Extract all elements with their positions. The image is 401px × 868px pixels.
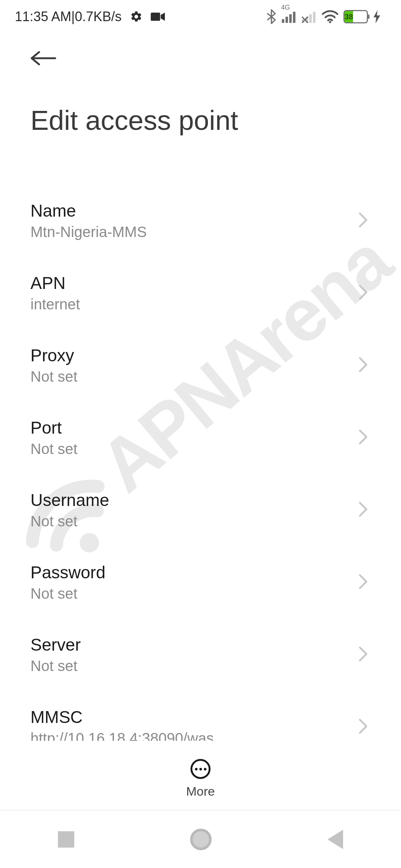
signal-4g-icon: 4G	[282, 10, 297, 23]
more-label: More	[186, 784, 215, 799]
setting-item-password[interactable]: PasswordNot set	[30, 546, 371, 618]
setting-value: Not set	[30, 585, 105, 602]
signal-no-sim-icon	[302, 10, 317, 23]
settings-gear-icon	[130, 10, 143, 23]
svg-rect-8	[309, 14, 312, 23]
setting-item-text: ServerNot set	[30, 635, 81, 674]
chevron-right-icon	[358, 212, 371, 230]
bottom-toolbar: More	[0, 744, 401, 811]
arrow-left-icon	[30, 49, 56, 68]
setting-value: Not set	[30, 441, 78, 457]
setting-label: Name	[30, 201, 147, 221]
chevron-right-icon	[358, 501, 371, 519]
setting-item-apn[interactable]: APNinternet	[30, 257, 371, 329]
setting-value: http://10.16.18.4:38090/was	[30, 730, 214, 741]
setting-label: Proxy	[30, 345, 78, 365]
header: Edit access point	[0, 33, 401, 136]
status-sep: |	[71, 9, 75, 24]
setting-item-proxy[interactable]: ProxyNot set	[30, 329, 371, 401]
setting-item-text: ProxyNot set	[30, 345, 78, 385]
setting-item-mmsc[interactable]: MMSChttp://10.16.18.4:38090/was	[30, 691, 371, 741]
settings-list: NameMtn-Nigeria-MMSAPNinternetProxyNot s…	[0, 184, 401, 741]
svg-rect-2	[282, 19, 284, 23]
wifi-icon	[322, 10, 338, 23]
chevron-right-icon	[358, 646, 371, 664]
charging-bolt-icon	[373, 10, 381, 23]
setting-item-username[interactable]: UsernameNot set	[30, 474, 371, 546]
status-right: 4G 38	[266, 9, 381, 24]
status-time: 11:35 AM	[15, 9, 71, 24]
setting-value: Not set	[30, 658, 81, 674]
chevron-right-icon	[358, 718, 371, 736]
setting-value: Mtn-Nigeria-MMS	[30, 224, 147, 240]
svg-point-12	[329, 21, 331, 23]
svg-rect-3	[286, 17, 288, 23]
chevron-right-icon	[358, 356, 371, 374]
setting-item-port[interactable]: PortNot set	[30, 401, 371, 474]
setting-item-text: APNinternet	[30, 273, 80, 313]
chevron-right-icon	[358, 284, 371, 302]
nav-recent-button[interactable]	[58, 831, 74, 848]
chevron-right-icon	[358, 429, 371, 447]
nav-home-button[interactable]	[190, 829, 212, 850]
status-speed: 0.7KB/s	[75, 9, 121, 24]
svg-rect-4	[289, 14, 292, 23]
setting-value: Not set	[30, 368, 78, 385]
more-button[interactable]: More	[186, 759, 215, 799]
setting-item-text: PortNot set	[30, 418, 78, 457]
setting-label: Server	[30, 635, 81, 655]
setting-value: internet	[30, 296, 80, 313]
setting-label: Port	[30, 418, 78, 438]
svg-rect-9	[313, 12, 316, 23]
bluetooth-icon	[266, 9, 277, 24]
setting-item-text: MMSChttp://10.16.18.4:38090/was	[30, 707, 214, 741]
setting-item-text: NameMtn-Nigeria-MMS	[30, 201, 147, 240]
setting-item-name[interactable]: NameMtn-Nigeria-MMS	[30, 184, 371, 257]
nav-back-button[interactable]	[327, 830, 343, 849]
setting-item-text: PasswordNot set	[30, 562, 105, 602]
svg-rect-1	[151, 13, 160, 21]
svg-rect-5	[293, 12, 296, 23]
battery-icon: 38	[343, 10, 368, 23]
setting-value: Not set	[30, 513, 109, 530]
setting-label: Password	[30, 562, 105, 582]
more-icon	[190, 759, 211, 779]
android-nav-bar	[0, 811, 401, 868]
back-button[interactable]	[30, 49, 56, 69]
setting-label: MMSC	[30, 707, 214, 727]
setting-label: Username	[30, 490, 109, 510]
setting-item-server[interactable]: ServerNot set	[30, 618, 371, 691]
page-title: Edit access point	[30, 105, 371, 136]
setting-label: APN	[30, 273, 80, 293]
chevron-right-icon	[358, 573, 371, 591]
setting-item-text: UsernameNot set	[30, 490, 109, 530]
status-left: 11:35 AM | 0.7KB/s	[15, 9, 165, 24]
camera-video-icon	[151, 11, 165, 22]
status-bar: 11:35 AM | 0.7KB/s 4G 38	[0, 0, 401, 33]
